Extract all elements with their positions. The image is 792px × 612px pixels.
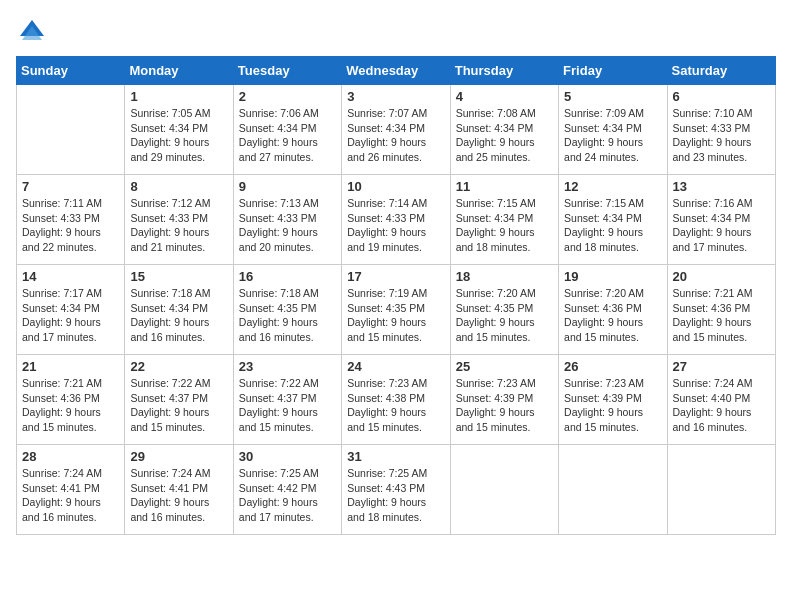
day-info: Sunrise: 7:16 AMSunset: 4:34 PMDaylight:… [673, 196, 770, 255]
calendar-week: 7Sunrise: 7:11 AMSunset: 4:33 PMDaylight… [17, 175, 776, 265]
calendar-cell: 20Sunrise: 7:21 AMSunset: 4:36 PMDayligh… [667, 265, 775, 355]
day-info: Sunrise: 7:09 AMSunset: 4:34 PMDaylight:… [564, 106, 661, 165]
day-info: Sunrise: 7:12 AMSunset: 4:33 PMDaylight:… [130, 196, 227, 255]
weekday-header: Friday [559, 57, 667, 85]
day-info: Sunrise: 7:25 AMSunset: 4:42 PMDaylight:… [239, 466, 336, 525]
calendar-cell: 29Sunrise: 7:24 AMSunset: 4:41 PMDayligh… [125, 445, 233, 535]
day-number: 18 [456, 269, 553, 284]
day-number: 9 [239, 179, 336, 194]
day-info: Sunrise: 7:18 AMSunset: 4:35 PMDaylight:… [239, 286, 336, 345]
calendar-body: 1Sunrise: 7:05 AMSunset: 4:34 PMDaylight… [17, 85, 776, 535]
calendar-cell: 21Sunrise: 7:21 AMSunset: 4:36 PMDayligh… [17, 355, 125, 445]
day-number: 25 [456, 359, 553, 374]
calendar-cell [17, 85, 125, 175]
day-info: Sunrise: 7:06 AMSunset: 4:34 PMDaylight:… [239, 106, 336, 165]
day-number: 27 [673, 359, 770, 374]
day-number: 3 [347, 89, 444, 104]
day-number: 21 [22, 359, 119, 374]
calendar-cell: 18Sunrise: 7:20 AMSunset: 4:35 PMDayligh… [450, 265, 558, 355]
calendar-cell: 1Sunrise: 7:05 AMSunset: 4:34 PMDaylight… [125, 85, 233, 175]
calendar-header: SundayMondayTuesdayWednesdayThursdayFrid… [17, 57, 776, 85]
calendar-cell: 4Sunrise: 7:08 AMSunset: 4:34 PMDaylight… [450, 85, 558, 175]
day-number: 1 [130, 89, 227, 104]
day-info: Sunrise: 7:11 AMSunset: 4:33 PMDaylight:… [22, 196, 119, 255]
day-number: 5 [564, 89, 661, 104]
day-info: Sunrise: 7:15 AMSunset: 4:34 PMDaylight:… [456, 196, 553, 255]
calendar-cell: 12Sunrise: 7:15 AMSunset: 4:34 PMDayligh… [559, 175, 667, 265]
day-info: Sunrise: 7:17 AMSunset: 4:34 PMDaylight:… [22, 286, 119, 345]
weekday-header: Monday [125, 57, 233, 85]
day-number: 23 [239, 359, 336, 374]
calendar-cell: 22Sunrise: 7:22 AMSunset: 4:37 PMDayligh… [125, 355, 233, 445]
calendar-cell: 31Sunrise: 7:25 AMSunset: 4:43 PMDayligh… [342, 445, 450, 535]
day-number: 24 [347, 359, 444, 374]
day-number: 15 [130, 269, 227, 284]
calendar-cell: 28Sunrise: 7:24 AMSunset: 4:41 PMDayligh… [17, 445, 125, 535]
weekday-row: SundayMondayTuesdayWednesdayThursdayFrid… [17, 57, 776, 85]
day-number: 31 [347, 449, 444, 464]
calendar: SundayMondayTuesdayWednesdayThursdayFrid… [16, 56, 776, 535]
calendar-cell: 25Sunrise: 7:23 AMSunset: 4:39 PMDayligh… [450, 355, 558, 445]
day-info: Sunrise: 7:21 AMSunset: 4:36 PMDaylight:… [22, 376, 119, 435]
calendar-cell: 13Sunrise: 7:16 AMSunset: 4:34 PMDayligh… [667, 175, 775, 265]
day-number: 22 [130, 359, 227, 374]
day-number: 11 [456, 179, 553, 194]
weekday-header: Sunday [17, 57, 125, 85]
logo [16, 16, 48, 44]
calendar-cell: 10Sunrise: 7:14 AMSunset: 4:33 PMDayligh… [342, 175, 450, 265]
page-header [16, 16, 776, 44]
day-number: 28 [22, 449, 119, 464]
calendar-cell: 16Sunrise: 7:18 AMSunset: 4:35 PMDayligh… [233, 265, 341, 355]
day-number: 16 [239, 269, 336, 284]
calendar-cell: 14Sunrise: 7:17 AMSunset: 4:34 PMDayligh… [17, 265, 125, 355]
day-info: Sunrise: 7:24 AMSunset: 4:41 PMDaylight:… [22, 466, 119, 525]
day-number: 6 [673, 89, 770, 104]
calendar-cell: 30Sunrise: 7:25 AMSunset: 4:42 PMDayligh… [233, 445, 341, 535]
calendar-cell: 17Sunrise: 7:19 AMSunset: 4:35 PMDayligh… [342, 265, 450, 355]
day-info: Sunrise: 7:14 AMSunset: 4:33 PMDaylight:… [347, 196, 444, 255]
day-info: Sunrise: 7:13 AMSunset: 4:33 PMDaylight:… [239, 196, 336, 255]
day-number: 30 [239, 449, 336, 464]
day-number: 19 [564, 269, 661, 284]
calendar-cell: 8Sunrise: 7:12 AMSunset: 4:33 PMDaylight… [125, 175, 233, 265]
day-number: 4 [456, 89, 553, 104]
calendar-cell: 9Sunrise: 7:13 AMSunset: 4:33 PMDaylight… [233, 175, 341, 265]
calendar-week: 1Sunrise: 7:05 AMSunset: 4:34 PMDaylight… [17, 85, 776, 175]
calendar-cell: 2Sunrise: 7:06 AMSunset: 4:34 PMDaylight… [233, 85, 341, 175]
day-info: Sunrise: 7:20 AMSunset: 4:35 PMDaylight:… [456, 286, 553, 345]
day-info: Sunrise: 7:05 AMSunset: 4:34 PMDaylight:… [130, 106, 227, 165]
day-info: Sunrise: 7:20 AMSunset: 4:36 PMDaylight:… [564, 286, 661, 345]
calendar-cell: 19Sunrise: 7:20 AMSunset: 4:36 PMDayligh… [559, 265, 667, 355]
day-info: Sunrise: 7:07 AMSunset: 4:34 PMDaylight:… [347, 106, 444, 165]
day-info: Sunrise: 7:24 AMSunset: 4:41 PMDaylight:… [130, 466, 227, 525]
calendar-cell: 26Sunrise: 7:23 AMSunset: 4:39 PMDayligh… [559, 355, 667, 445]
day-info: Sunrise: 7:23 AMSunset: 4:39 PMDaylight:… [564, 376, 661, 435]
day-info: Sunrise: 7:25 AMSunset: 4:43 PMDaylight:… [347, 466, 444, 525]
day-info: Sunrise: 7:23 AMSunset: 4:38 PMDaylight:… [347, 376, 444, 435]
day-number: 14 [22, 269, 119, 284]
calendar-cell: 11Sunrise: 7:15 AMSunset: 4:34 PMDayligh… [450, 175, 558, 265]
day-number: 20 [673, 269, 770, 284]
day-info: Sunrise: 7:22 AMSunset: 4:37 PMDaylight:… [239, 376, 336, 435]
calendar-cell [450, 445, 558, 535]
day-number: 29 [130, 449, 227, 464]
calendar-cell [667, 445, 775, 535]
day-number: 17 [347, 269, 444, 284]
day-info: Sunrise: 7:10 AMSunset: 4:33 PMDaylight:… [673, 106, 770, 165]
day-info: Sunrise: 7:23 AMSunset: 4:39 PMDaylight:… [456, 376, 553, 435]
calendar-week: 21Sunrise: 7:21 AMSunset: 4:36 PMDayligh… [17, 355, 776, 445]
day-info: Sunrise: 7:24 AMSunset: 4:40 PMDaylight:… [673, 376, 770, 435]
day-number: 7 [22, 179, 119, 194]
day-number: 2 [239, 89, 336, 104]
calendar-cell: 3Sunrise: 7:07 AMSunset: 4:34 PMDaylight… [342, 85, 450, 175]
calendar-cell: 27Sunrise: 7:24 AMSunset: 4:40 PMDayligh… [667, 355, 775, 445]
day-number: 12 [564, 179, 661, 194]
calendar-cell: 23Sunrise: 7:22 AMSunset: 4:37 PMDayligh… [233, 355, 341, 445]
weekday-header: Wednesday [342, 57, 450, 85]
day-info: Sunrise: 7:08 AMSunset: 4:34 PMDaylight:… [456, 106, 553, 165]
logo-icon [16, 16, 44, 44]
calendar-week: 14Sunrise: 7:17 AMSunset: 4:34 PMDayligh… [17, 265, 776, 355]
day-number: 26 [564, 359, 661, 374]
day-number: 10 [347, 179, 444, 194]
calendar-cell: 6Sunrise: 7:10 AMSunset: 4:33 PMDaylight… [667, 85, 775, 175]
